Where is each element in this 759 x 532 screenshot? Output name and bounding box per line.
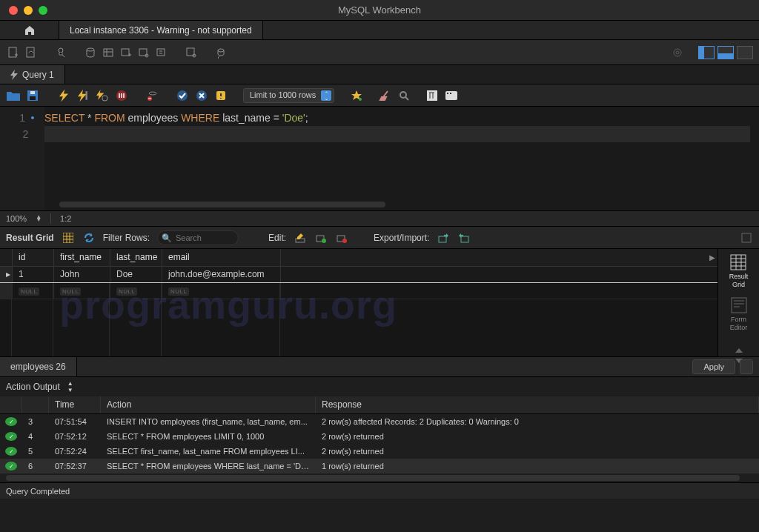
sql-editor[interactable]: 1 • 2 SELECT * FROM employees WHERE last… (0, 107, 759, 210)
action-row[interactable]: ✓507:52:24SELECT first_name, last_name F… (0, 444, 759, 459)
col-time[interactable]: Time (49, 396, 101, 413)
delete-row-button[interactable] (335, 231, 348, 245)
find-button[interactable] (377, 88, 392, 103)
editor-scrollbar[interactable] (59, 202, 385, 207)
svg-rect-29 (447, 93, 448, 94)
action-index: 6 (22, 460, 49, 472)
column-header-email[interactable]: email (162, 249, 281, 266)
scroll-right-arrow[interactable]: ▶ (707, 249, 717, 266)
action-output-label[interactable]: Action Output (6, 382, 60, 392)
svg-rect-39 (742, 233, 751, 242)
save-file-button[interactable] (25, 88, 40, 103)
table-row[interactable]: ▸ 1 John Doe john.doe@example.com (0, 267, 717, 283)
toggle-sidebar-right-button[interactable] (737, 46, 753, 59)
query-tab-label: Query 1 (22, 70, 54, 80)
connection-tab[interactable]: Local instance 3306 - Warning - not supp… (59, 21, 263, 39)
status-ok-icon: ✓ (5, 417, 17, 426)
paragraph-icon (427, 90, 437, 101)
stop-button[interactable] (114, 88, 129, 103)
svg-rect-27 (427, 90, 437, 101)
svg-rect-8 (157, 49, 165, 56)
export-icon (438, 233, 448, 243)
wrap-cells-button[interactable] (740, 231, 753, 245)
limit-rows-select[interactable]: Limit to 1000 rows ⌃⌄ (243, 88, 334, 103)
column-header-last-name[interactable]: last_name (110, 249, 162, 266)
svg-point-18 (102, 96, 107, 101)
action-row[interactable]: ✓307:51:54INSERT INTO employees (first_n… (0, 414, 759, 429)
svg-point-26 (400, 92, 406, 98)
db-button-4[interactable] (136, 45, 151, 60)
zoom-level[interactable]: 100% (6, 214, 27, 223)
query-tab[interactable]: Query 1 (0, 65, 65, 84)
col-action[interactable]: Action (101, 396, 316, 413)
db-button-1[interactable] (83, 45, 98, 60)
search-icon (398, 90, 410, 102)
stop-icon (116, 90, 127, 102)
invisible-chars-button[interactable] (397, 88, 411, 103)
result-grid-view-button[interactable]: Result Grid (729, 253, 749, 289)
toggle-output-panel-button[interactable] (717, 46, 734, 59)
action-output-stepper[interactable]: ▲▼ (67, 380, 73, 393)
form-editor-view-button[interactable]: Form Editor (730, 296, 748, 332)
toggle-safe-button[interactable] (213, 88, 228, 103)
home-tab[interactable] (0, 21, 59, 39)
db-button-2[interactable] (101, 45, 116, 60)
explain-button[interactable] (95, 88, 110, 103)
add-row-button[interactable] (314, 231, 328, 245)
db-button-3[interactable] (119, 45, 133, 60)
search-data-button[interactable] (184, 45, 199, 60)
revert-button[interactable] (740, 359, 753, 374)
zoom-stepper[interactable]: ▲▼ (36, 216, 42, 222)
svg-point-3 (87, 48, 94, 51)
commit-icon (176, 90, 188, 102)
column-header-first-name[interactable]: first_name (54, 249, 110, 266)
commit-button[interactable] (175, 88, 190, 103)
file-plus-icon (7, 47, 19, 59)
execute-button[interactable] (56, 88, 71, 103)
svg-point-34 (322, 239, 326, 243)
window-close-button[interactable] (9, 6, 18, 15)
new-sql-tab-button[interactable] (6, 45, 21, 60)
svg-rect-41 (732, 298, 746, 313)
execute-current-button[interactable] (76, 88, 90, 103)
window-minimize-button[interactable] (24, 6, 33, 15)
db-button-5[interactable] (154, 45, 169, 60)
beautify-button[interactable] (349, 88, 364, 103)
export-button[interactable] (437, 231, 450, 245)
col-response[interactable]: Response (316, 396, 759, 413)
cell-last-name[interactable]: Doe (110, 267, 162, 282)
cell-first-name[interactable]: John (54, 267, 110, 282)
action-row[interactable]: ✓607:52:37SELECT * FROM employees WHERE … (0, 459, 759, 473)
toggle-autocommit-button[interactable] (145, 88, 160, 103)
bottom-scrollbar-thumb[interactable] (6, 475, 740, 481)
open-sql-file-button[interactable] (24, 45, 39, 60)
result-tab[interactable]: employees 26 (0, 357, 77, 376)
edit-row-button[interactable] (294, 231, 307, 245)
action-row[interactable]: ✓407:52:12SELECT * FROM employees LIMIT … (0, 429, 759, 444)
cell-id[interactable]: 1 (13, 267, 54, 282)
open-file-button[interactable] (6, 88, 21, 103)
apply-button[interactable]: Apply (692, 359, 735, 374)
rollback-button[interactable] (194, 88, 209, 103)
svg-rect-30 (450, 93, 451, 94)
inspector-button[interactable] (53, 45, 68, 60)
wrap-button[interactable] (425, 88, 440, 103)
refresh-button[interactable] (82, 231, 96, 245)
action-response: 1 row(s) returned (316, 460, 759, 472)
gear-icon (672, 47, 683, 59)
cell-email[interactable]: john.doe@example.com (162, 267, 281, 282)
import-button[interactable] (457, 231, 471, 245)
status-ok-icon: ✓ (5, 447, 17, 456)
toggle-sidebar-left-button[interactable] (698, 46, 715, 59)
window-maximize-button[interactable] (39, 6, 47, 15)
proc-icon (156, 47, 168, 59)
action-time: 07:51:54 (49, 416, 101, 428)
settings-button[interactable] (670, 45, 685, 60)
column-header-id[interactable]: id (13, 249, 54, 266)
broom-icon (379, 90, 391, 102)
result-grid-toggle-button[interactable] (62, 231, 75, 245)
svg-rect-17 (86, 91, 87, 100)
reconnect-button[interactable] (213, 45, 228, 60)
shortcuts-button[interactable] (444, 88, 459, 103)
table-row-null[interactable]: NULL NULL NULL NULL (0, 283, 717, 299)
